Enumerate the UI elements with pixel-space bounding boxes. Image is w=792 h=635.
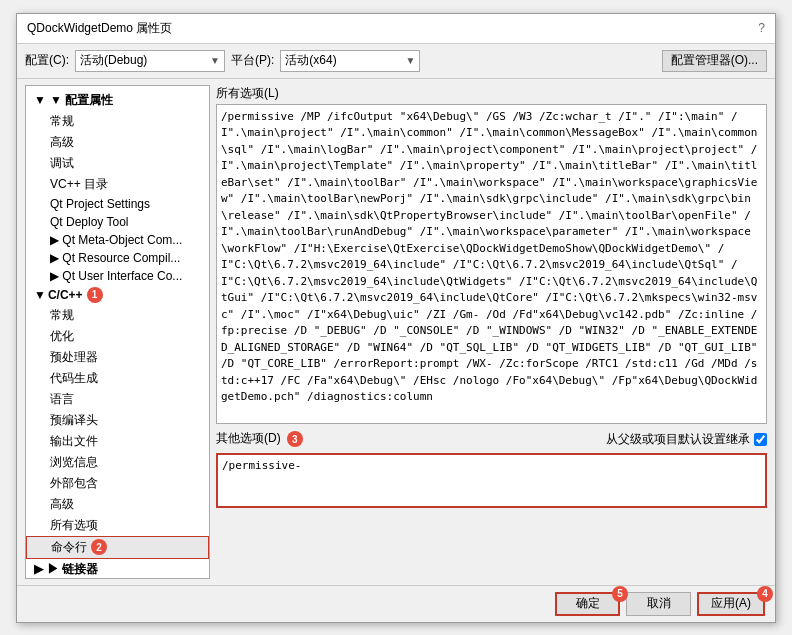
config-label: 配置(C): <box>25 52 69 69</box>
tree-item-vc-mu-lu[interactable]: VC++ 目录 <box>26 174 209 195</box>
tree-item-qt-meta-object[interactable]: ▶ Qt Meta-Object Com... <box>26 231 209 249</box>
tree-item-chang-gui[interactable]: 常规 <box>26 111 209 132</box>
badge-4: 4 <box>757 586 773 602</box>
tree-item-yu-chu-li-qi[interactable]: 预处理器 <box>26 347 209 368</box>
platform-value: 活动(x64) <box>285 52 336 69</box>
platform-arrow-icon: ▼ <box>405 55 415 66</box>
apply-button[interactable]: 应用(A) <box>697 592 765 616</box>
config-combo[interactable]: 活动(Debug) ▼ <box>75 50 225 72</box>
help-icon[interactable]: ? <box>758 21 765 35</box>
tree-item-shu-chu-wen-jian[interactable]: 输出文件 <box>26 431 209 452</box>
toolbar-row: 配置(C): 活动(Debug) ▼ 平台(P): 活动(x64) ▼ 配置管理… <box>17 44 775 79</box>
tree-item-dai-ma-sheng-cheng[interactable]: 代码生成 <box>26 368 209 389</box>
inherit-input[interactable] <box>754 433 767 446</box>
tree-item-c-cpp[interactable]: ▼ C/C++ 1 <box>26 285 209 305</box>
tree-item-yu-yan[interactable]: 语言 <box>26 389 209 410</box>
inherit-checkbox[interactable]: 从父级或项目默认设置继承 <box>606 431 767 448</box>
all-options-label: 所有选项(L) <box>216 85 767 102</box>
tree-item-qt-project-settings[interactable]: Qt Project Settings <box>26 195 209 213</box>
config-arrow-icon: ▼ <box>210 55 220 66</box>
platform-label: 平台(P): <box>231 52 274 69</box>
config-value: 活动(Debug) <box>80 52 147 69</box>
bottom-buttons: 确定 5 取消 应用(A) 4 <box>17 585 775 622</box>
cancel-button[interactable]: 取消 <box>626 592 691 616</box>
other-options-label: 其他选项(D) <box>216 430 281 447</box>
badge-3: 3 <box>287 431 303 447</box>
tree-item-chang-gui-2[interactable]: 常规 <box>26 305 209 326</box>
tree-item-lian-jie-qi[interactable]: ▶ ▶ 链接器 <box>26 559 209 579</box>
badge-5: 5 <box>612 586 628 602</box>
left-panel: ▼ ▼ 配置属性 常规 高级 调试 VC++ 目录 Qt Project Set… <box>25 85 210 579</box>
tree-item-pei-zhi-shu-xing[interactable]: ▼ ▼ 配置属性 <box>26 90 209 111</box>
tree-item-yu-bian-yi-tou[interactable]: 预编译头 <box>26 410 209 431</box>
tree-item-gao-ji[interactable]: 高级 <box>26 132 209 153</box>
platform-combo[interactable]: 活动(x64) ▼ <box>280 50 420 72</box>
tree-root: ▼ ▼ 配置属性 常规 高级 调试 VC++ 目录 Qt Project Set… <box>26 86 209 579</box>
right-panel: 所有选项(L) /permissive /MP /ifcOutput "x64\… <box>216 85 767 579</box>
tree-item-ming-ling-hang[interactable]: 命令行 2 <box>26 536 209 559</box>
badge-1: 1 <box>87 287 103 303</box>
tree-item-wai-bu-bao-han[interactable]: 外部包含 <box>26 473 209 494</box>
inherit-label: 从父级或项目默认设置继承 <box>606 431 750 448</box>
other-options-section: 其他选项(D) 3 从父级或项目默认设置继承 /permissive- <box>216 430 767 508</box>
config-manager-button[interactable]: 配置管理器(O)... <box>662 50 767 72</box>
dialog-title: QDockWidgetDemo 属性页 <box>27 20 172 37</box>
tree-item-liu-lan-xin-xi[interactable]: 浏览信息 <box>26 452 209 473</box>
main-content: ▼ ▼ 配置属性 常规 高级 调试 VC++ 目录 Qt Project Set… <box>17 79 775 585</box>
tree-item-you-hua[interactable]: 优化 <box>26 326 209 347</box>
all-options-section: 所有选项(L) /permissive /MP /ifcOutput "x64\… <box>216 85 767 424</box>
tree-item-qt-resource[interactable]: ▶ Qt Resource Compil... <box>26 249 209 267</box>
other-options-input[interactable]: /permissive- <box>216 453 767 508</box>
title-bar: QDockWidgetDemo 属性页 ? <box>17 14 775 44</box>
expand-icon-cpp: ▼ <box>34 288 46 302</box>
badge-2: 2 <box>91 539 107 555</box>
ok-button[interactable]: 确定 <box>555 592 620 616</box>
tree-item-qt-deploy-tool[interactable]: Qt Deploy Tool <box>26 213 209 231</box>
expand-icon-linker: ▶ <box>34 562 43 576</box>
tree-item-gao-ji-2[interactable]: 高级 <box>26 494 209 515</box>
all-options-content[interactable]: /permissive /MP /ifcOutput "x64\Debug\" … <box>216 104 767 424</box>
expand-icon: ▼ <box>34 93 46 107</box>
tree-item-qt-user-interface[interactable]: ▶ Qt User Interface Co... <box>26 267 209 285</box>
property-dialog: QDockWidgetDemo 属性页 ? 配置(C): 活动(Debug) ▼… <box>16 13 776 623</box>
tree-item-diao-shi[interactable]: 调试 <box>26 153 209 174</box>
other-options-header: 其他选项(D) 3 从父级或项目默认设置继承 <box>216 430 767 449</box>
tree-item-suo-you-xuan-xiang[interactable]: 所有选项 <box>26 515 209 536</box>
